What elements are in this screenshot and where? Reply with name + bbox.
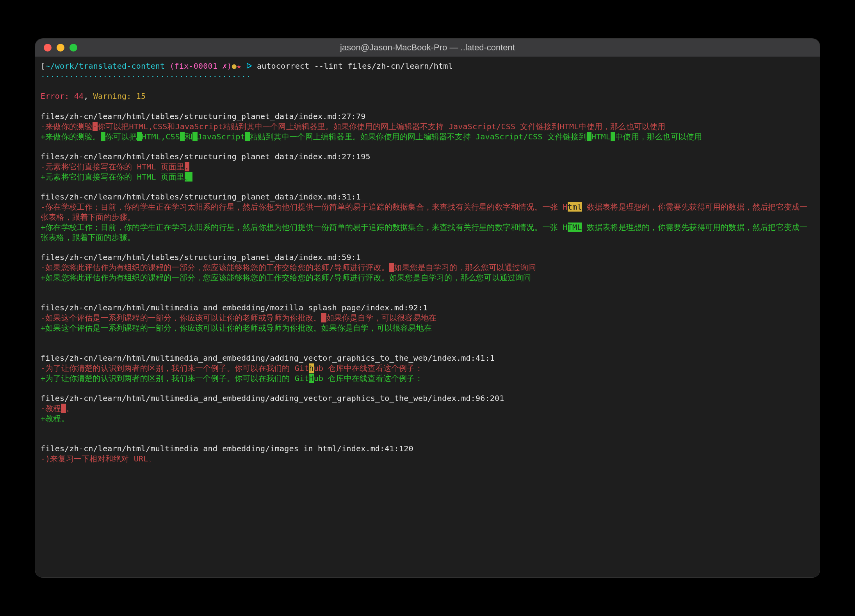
diff-highlight: . xyxy=(185,162,189,171)
bracket: [ xyxy=(41,61,45,71)
file-location: files/zh-cn/learn/html/multimedia_and_em… xyxy=(41,303,814,313)
diff-highlight: 。 xyxy=(185,172,192,182)
diff-highlight xyxy=(611,132,615,141)
close-icon[interactable] xyxy=(44,44,52,52)
file-location: files/zh-cn/learn/html/tables/structurin… xyxy=(41,253,814,263)
git-dirty-icon: ✗ xyxy=(222,61,227,71)
diff-deleted-line: -)来复习一下相对和绝对 URL。 xyxy=(41,454,814,464)
diff-added-line: +如果这个评估是一系列课程的一部分，你应该可以让你的老师或导师为你批改。如果你是… xyxy=(41,323,814,333)
diff-added-line: +元素将它们直接写在你的 HTML 页面里。 xyxy=(41,172,814,182)
diff-added-line: +来做你的测验。 你可以把 HTML,CSS 和 JavaScript 粘贴到其… xyxy=(41,132,814,142)
diff-deleted-line: -你在学校工作；目前，你的学生正在学习太阳系的行星，然后你想为他们提供一份简单的… xyxy=(41,202,814,223)
git-branch: (fix-00001 xyxy=(170,61,223,71)
blank-line xyxy=(41,182,814,192)
minimize-icon[interactable] xyxy=(57,44,64,52)
diff-highlight xyxy=(180,132,185,141)
blank-line xyxy=(41,101,814,112)
diff-highlight xyxy=(61,404,66,413)
progress-dots: ········································… xyxy=(41,71,814,82)
blank-line xyxy=(41,424,814,434)
lint-summary: Error: 44, Warning: 15 xyxy=(41,91,814,101)
warning-count: 15 xyxy=(136,91,146,101)
diff-highlight: TML xyxy=(568,223,582,232)
file-location: files/zh-cn/learn/html/tables/structurin… xyxy=(41,112,814,122)
error-count: 44 xyxy=(74,91,84,101)
blank-line xyxy=(41,82,814,92)
diff-deleted-line: -元素将它们直接写在你的 HTML 页面里. xyxy=(41,162,814,172)
diff-highlight xyxy=(192,132,197,141)
window-titlebar[interactable]: jason@Jason-MacBook-Pro — ..lated-conten… xyxy=(35,39,820,57)
diff-added-line: +为了让你清楚的认识到两者的区别，我们来一个例子。你可以在我们的 GitHub … xyxy=(41,374,814,384)
command-input[interactable]: autocorrect --lint files/zh-cn/learn/htm… xyxy=(257,61,453,71)
diff-deleted-line: -来做你的测验-你可以把HTML,CSS和JavaScript粘贴到其中一个网上… xyxy=(41,122,814,132)
blank-line xyxy=(41,434,814,444)
diff-added-line: +如果您将此评估作为有组织的课程的一部分，您应该能够将您的工作交给您的老师/导师… xyxy=(41,273,814,283)
traffic-lights xyxy=(35,44,77,52)
blank-line xyxy=(41,384,814,394)
file-location: files/zh-cn/learn/html/tables/structurin… xyxy=(41,152,814,162)
diff-highlight: - xyxy=(93,122,97,131)
diff-highlight: H xyxy=(309,374,314,383)
diff-highlight: tml xyxy=(568,202,582,212)
blank-line xyxy=(41,343,814,353)
diff-highlight xyxy=(101,132,105,141)
blank-line xyxy=(41,242,814,253)
terminal-window: jason@Jason-MacBook-Pro — ..lated-conten… xyxy=(35,39,820,577)
maximize-icon[interactable] xyxy=(69,44,77,52)
file-location: files/zh-cn/learn/html/multimedia_and_em… xyxy=(41,353,814,363)
file-location: files/zh-cn/learn/html/tables/structurin… xyxy=(41,192,814,202)
diff-highlight: h xyxy=(309,363,314,373)
error-label: Error: xyxy=(41,91,69,101)
status-dot-icon: ● xyxy=(232,61,237,71)
diff-added-line: +教程。 xyxy=(41,414,814,424)
file-location: files/zh-cn/learn/html/multimedia_and_em… xyxy=(41,393,814,404)
prompt-line: [~/work/translated-content (fix-00001 ✗)… xyxy=(41,61,814,71)
diff-deleted-line: -为了让你清楚的认识到两者的区别，我们来一个例子。你可以在我们的 Github … xyxy=(41,363,814,374)
diff-deleted-line: -教程 。 xyxy=(41,404,814,414)
blank-line xyxy=(41,333,814,344)
cwd-path: ~/work/translated-content xyxy=(45,61,165,71)
blank-line xyxy=(41,464,814,474)
file-location: files/zh-cn/learn/html/multimedia_and_em… xyxy=(41,444,814,454)
diff-highlight xyxy=(137,132,142,141)
window-title: jason@Jason-MacBook-Pro — ..lated-conten… xyxy=(35,43,820,53)
diff-deleted-line: -如果您将此评估作为有组织的课程的一部分，您应该能够将您的工作交给您的老师/导师… xyxy=(41,263,814,273)
blank-line xyxy=(41,283,814,293)
blank-line xyxy=(41,142,814,152)
diff-highlight xyxy=(587,132,591,141)
prompt-arrow-icon: ᐅ xyxy=(246,61,252,71)
diff-highlight xyxy=(321,313,326,322)
blank-line xyxy=(41,293,814,303)
diff-added-line: +你在学校工作；目前，你的学生正在学习太阳系的行星，然后你想为他们提供一份简单的… xyxy=(41,223,814,243)
terminal-body[interactable]: [~/work/translated-content (fix-00001 ✗)… xyxy=(35,57,820,577)
diff-highlight xyxy=(245,132,250,141)
diff-deleted-line: -如果这个评估是一系列课程的一部分，你应该可以让你的老师或导师为你批改。 如果你… xyxy=(41,313,814,323)
status-star-icon: ★ xyxy=(237,61,241,71)
warning-label: Warning: xyxy=(93,91,132,101)
diff-highlight xyxy=(389,263,394,272)
